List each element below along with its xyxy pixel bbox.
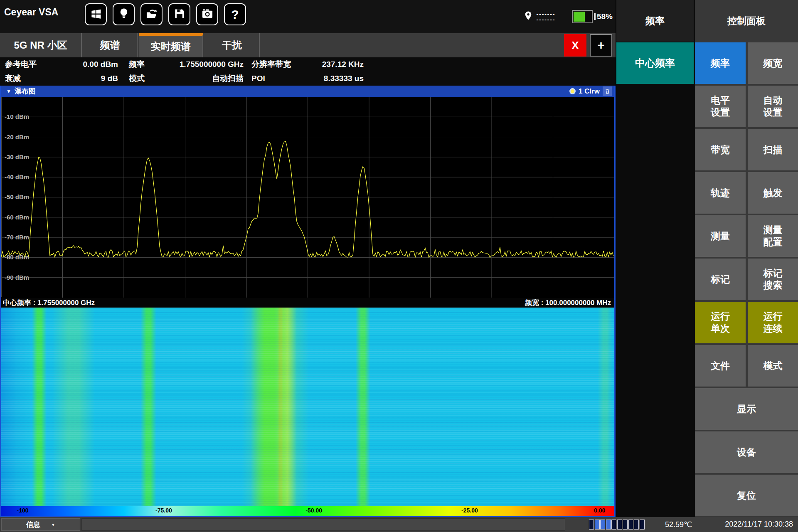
- measure-button[interactable]: 测量: [695, 215, 746, 257]
- add-tab-button[interactable]: +: [590, 34, 612, 57]
- button-label-line: 自动: [764, 94, 783, 106]
- gps-coordinates: ------- -------: [537, 12, 555, 22]
- param-value: 8.33333 us: [324, 74, 364, 83]
- button-label-line: 运行: [764, 310, 783, 323]
- measurement-tabs: X + 5G NR 小区频谱实时频谱干扰: [0, 33, 616, 57]
- file-button[interactable]: 文件: [695, 345, 746, 387]
- svg-text:-70 dBm: -70 dBm: [5, 234, 29, 241]
- trace-selector[interactable]: 1 Clrw: [569, 86, 612, 96]
- button-label-line: 轨迹: [711, 187, 730, 199]
- param-value: 1.755000000 GHz: [180, 60, 244, 69]
- trace-label: 1 Clrw: [579, 87, 600, 96]
- svg-text:-20 dBm: -20 dBm: [5, 133, 29, 140]
- bulb-icon: [117, 7, 131, 22]
- param-group-1: 频率1.755000000 GHz模式自动扫描: [129, 57, 244, 86]
- location-pin-icon: [523, 9, 533, 24]
- button-label-line: 搜索: [764, 279, 783, 291]
- submenu-items: 中心频率: [616, 42, 694, 84]
- frequency-button[interactable]: 频率: [695, 42, 746, 84]
- param-row: POI8.33333 us: [251, 71, 364, 86]
- chevron-down-icon: ▼: [51, 522, 55, 527]
- info-dropdown[interactable]: 信息 ▼: [1, 518, 80, 531]
- span-readout: 频宽 : 100.000000000 MHz: [525, 298, 611, 308]
- progress-cell: [617, 520, 622, 530]
- button-label-line: 模式: [764, 360, 783, 372]
- button-label-line: 设备: [737, 446, 756, 458]
- param-value: 自动扫描: [212, 73, 244, 84]
- svg-text:-10 dBm: -10 dBm: [5, 113, 29, 120]
- top-bar: Ceyear VSA ? ------- ------- 58%: [0, 0, 616, 33]
- marker-button[interactable]: 标记: [695, 259, 746, 300]
- center-frequency-button[interactable]: 中心频率: [616, 42, 694, 84]
- amplitude-colorbar: -100-75.00-50.00-25.000.00: [1, 506, 614, 516]
- progress-cell: [606, 520, 611, 530]
- save-button[interactable]: [168, 3, 190, 25]
- close-tab-button[interactable]: X: [564, 34, 586, 57]
- measure-config-button[interactable]: 测量配置: [748, 215, 798, 257]
- device-button[interactable]: 设备: [695, 431, 798, 473]
- svg-text:-40 dBm: -40 dBm: [5, 173, 29, 180]
- tab-0[interactable]: 5G NR 小区: [0, 33, 82, 57]
- run-single-button[interactable]: 运行单次: [695, 302, 746, 343]
- bandwidth-button[interactable]: 带宽: [695, 129, 746, 170]
- button-label-line: 连续: [764, 323, 783, 335]
- windows-button[interactable]: [85, 3, 107, 25]
- sweep-button[interactable]: 扫描: [748, 129, 798, 170]
- param-value: 9 dB: [101, 74, 118, 83]
- param-row: 分辨率带宽237.12 KHz: [251, 57, 364, 71]
- progress-cell: [628, 520, 633, 530]
- gps-indicator: ------- -------: [523, 9, 555, 24]
- toolbar: ?: [85, 3, 246, 25]
- mode-button[interactable]: 模式: [748, 345, 798, 387]
- button-label-line: 带宽: [711, 144, 730, 156]
- submenu-column: 频率 中心频率: [616, 0, 694, 517]
- vsa-screen: Ceyear VSA ? ------- ------- 58% X + 5G …: [0, 0, 798, 532]
- param-label: POI: [251, 74, 265, 83]
- auto-settings-button[interactable]: 自动设置: [748, 86, 798, 127]
- folder-open-button[interactable]: [140, 3, 163, 25]
- delete-trace-button[interactable]: [603, 86, 612, 96]
- button-label-line: 显示: [737, 403, 756, 415]
- tab-3[interactable]: 干扰: [204, 33, 260, 57]
- battery-indicator: 58%: [572, 10, 613, 23]
- parameter-bar: 参考电平0.00 dBm衰减9 dB频率1.755000000 GHz模式自动扫…: [0, 57, 616, 86]
- param-label: 参考电平: [5, 59, 37, 70]
- camera-button[interactable]: [196, 3, 218, 25]
- svg-text:-50 dBm: -50 dBm: [5, 193, 29, 200]
- svg-text:-90 dBm: -90 dBm: [5, 274, 29, 281]
- param-group-2: 分辨率带宽237.12 KHzPOI8.33333 us: [251, 57, 364, 86]
- svg-text:-30 dBm: -30 dBm: [5, 153, 29, 160]
- tab-2[interactable]: 实时频谱: [139, 33, 203, 57]
- app-title: Ceyear VSA: [4, 7, 58, 18]
- param-row: 频率1.755000000 GHz: [129, 57, 244, 71]
- battery-percent: 58%: [597, 12, 613, 21]
- param-label: 模式: [129, 73, 145, 84]
- button-label-line: 标记: [711, 273, 730, 286]
- spectrum-trace-svg: -10 dBm-20 dBm-30 dBm-40 dBm-50 dBm-60 d…: [1, 97, 614, 298]
- reset-button[interactable]: 复位: [695, 475, 798, 516]
- button-label-line: 频率: [711, 57, 730, 69]
- marker-search-button[interactable]: 标记搜索: [748, 259, 798, 300]
- tab-1[interactable]: 频谱: [83, 33, 138, 57]
- run-continuous-button[interactable]: 运行连续: [748, 302, 798, 343]
- help-button[interactable]: ?: [224, 3, 246, 25]
- button-label-line: 单次: [711, 323, 730, 335]
- param-label: 衰减: [5, 73, 21, 84]
- button-label-line: 设置: [711, 106, 730, 118]
- progress-cell: [600, 520, 605, 530]
- bulb-button[interactable]: [113, 3, 135, 25]
- progress-cell: [589, 520, 594, 530]
- button-label-line: 扫描: [764, 144, 783, 156]
- button-label-line: 设置: [764, 106, 783, 118]
- display-button[interactable]: 显示: [695, 388, 798, 430]
- level-settings-button[interactable]: 电平设置: [695, 86, 746, 127]
- param-row: 模式自动扫描: [129, 71, 244, 86]
- control-panel-header: 控制面板: [695, 0, 798, 42]
- trigger-button[interactable]: 触发: [748, 172, 798, 214]
- waterfall-display: ▼ 瀑布图 1 Clrw -10 dBm-20 dBm-30 dBm-40 dB…: [0, 86, 616, 517]
- display-title: ▼ 瀑布图: [6, 86, 36, 96]
- button-label-line: 频宽: [764, 57, 783, 69]
- colorbar-tick: -25.00: [461, 507, 478, 514]
- trace-button[interactable]: 轨迹: [695, 172, 746, 214]
- span-button[interactable]: 频宽: [748, 42, 798, 84]
